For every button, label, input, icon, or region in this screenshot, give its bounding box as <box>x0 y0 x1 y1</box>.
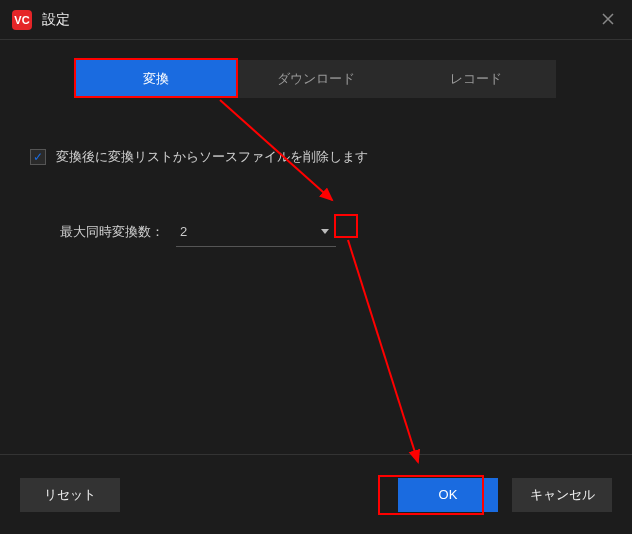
window-title: 設定 <box>42 11 70 29</box>
reset-button[interactable]: リセット <box>20 478 120 512</box>
app-icon: VC <box>12 10 32 30</box>
tabs: 変換 ダウンロード レコード <box>76 60 556 98</box>
max-concurrent-value: 2 <box>176 224 187 239</box>
max-concurrent-select[interactable]: 2 <box>176 216 336 247</box>
max-concurrent-dropdown-button[interactable] <box>314 220 336 242</box>
close-button[interactable] <box>594 7 622 33</box>
max-concurrent-row: 最大同時変換数： 2 <box>60 216 602 247</box>
max-concurrent-label: 最大同時変換数： <box>60 223 164 241</box>
delete-source-checkbox[interactable] <box>30 149 46 165</box>
tab-download[interactable]: ダウンロード <box>236 60 396 98</box>
delete-source-row: 変換後に変換リストからソースファイルを削除します <box>30 148 602 166</box>
tab-convert[interactable]: 変換 <box>76 60 236 98</box>
title-bar: VC 設定 <box>0 0 632 40</box>
tab-record[interactable]: レコード <box>396 60 556 98</box>
footer: リセット OK キャンセル <box>0 454 632 534</box>
settings-panel: 変換後に変換リストからソースファイルを削除します 最大同時変換数： 2 <box>0 98 632 247</box>
chevron-down-icon <box>321 229 329 234</box>
cancel-button[interactable]: キャンセル <box>512 478 612 512</box>
delete-source-label: 変換後に変換リストからソースファイルを削除します <box>56 148 368 166</box>
ok-button[interactable]: OK <box>398 478 498 512</box>
svg-line-1 <box>348 240 418 462</box>
